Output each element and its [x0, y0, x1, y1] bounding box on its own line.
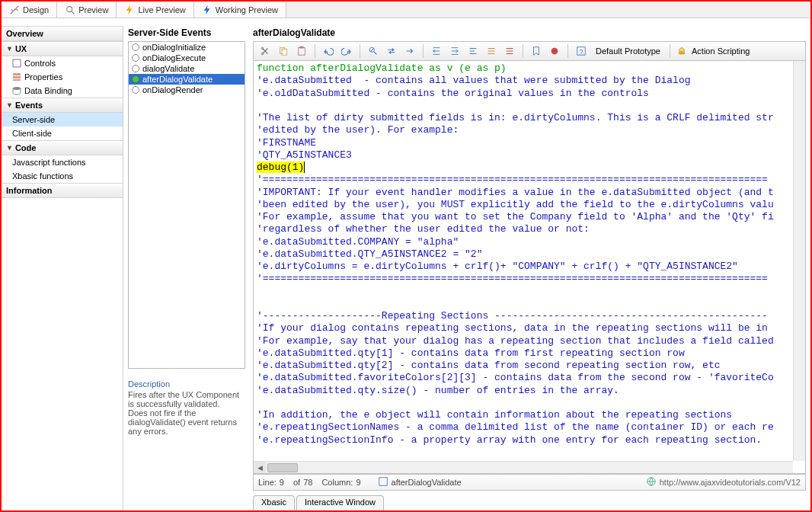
- scroll-left-button[interactable]: ◀: [254, 462, 266, 474]
- help-button[interactable]: ?: [574, 44, 588, 58]
- event-item[interactable]: onDialogInitialize: [129, 42, 245, 53]
- of-label: of: [293, 478, 300, 487]
- nav-item-xbasic-functions[interactable]: Xbasic functions: [2, 169, 123, 183]
- globe-icon: [646, 476, 657, 488]
- svg-point-0: [67, 6, 72, 11]
- svg-point-17: [679, 52, 686, 55]
- svg-rect-1: [13, 59, 21, 67]
- database-icon: [12, 86, 21, 95]
- format-button[interactable]: [466, 44, 480, 58]
- event-empty-icon: [132, 43, 139, 51]
- event-empty-icon: [132, 86, 139, 94]
- function-icon: [378, 476, 388, 488]
- controls-icon: [12, 59, 21, 68]
- goto-button[interactable]: [403, 44, 417, 58]
- tab-preview[interactable]: Preview: [57, 2, 117, 18]
- action-scripting-button[interactable]: Action Scripting: [692, 46, 750, 56]
- tab-xbasic[interactable]: Xbasic: [253, 495, 295, 510]
- tab-live-preview[interactable]: Live Preview: [117, 2, 193, 18]
- line-value: 9: [280, 478, 284, 487]
- default-prototype-button[interactable]: Default Prototype: [593, 46, 663, 56]
- nav-group-information[interactable]: Information: [2, 183, 123, 198]
- tab-design[interactable]: Design: [2, 2, 57, 18]
- uncomment-button[interactable]: [503, 44, 516, 58]
- event-item[interactable]: dialogValidate: [129, 63, 245, 74]
- cut-button[interactable]: [258, 44, 272, 58]
- tab-label: Preview: [78, 5, 108, 14]
- editor-statusbar: Line: 9 of 78 Column: 9 afterDialogValid…: [253, 474, 806, 491]
- left-nav: Overview ▼ UX Controls Properties Data B…: [2, 26, 123, 510]
- undo-button[interactable]: [321, 44, 335, 58]
- code-text[interactable]: function afterDialogValidate as v (e as …: [254, 61, 805, 448]
- event-defined-icon: [132, 75, 139, 83]
- event-empty-icon: [132, 65, 139, 72]
- comment-button[interactable]: [484, 44, 498, 58]
- svg-rect-18: [379, 478, 387, 486]
- svg-rect-10: [299, 48, 305, 56]
- tab-working-preview[interactable]: Working Preview: [194, 2, 286, 18]
- breakpoint-button[interactable]: [548, 44, 561, 58]
- chevron-down-icon: ▼: [6, 101, 13, 109]
- copy-button[interactable]: [277, 44, 290, 58]
- bottom-tabs: Xbasic Interactive Window: [253, 495, 806, 510]
- tab-label: Design: [23, 5, 49, 14]
- events-panel-title: Server-Side Events: [128, 26, 245, 41]
- scroll-thumb[interactable]: [267, 463, 298, 472]
- nav-item-client-side[interactable]: Client-side: [2, 126, 123, 140]
- bolt-blue-icon: [202, 5, 213, 15]
- bookmark-button[interactable]: [529, 44, 543, 58]
- chevron-down-icon: ▼: [6, 45, 13, 53]
- events-list[interactable]: onDialogInitialize onDialogExecute dialo…: [128, 41, 245, 369]
- svg-rect-4: [13, 79, 21, 81]
- nav-group-events[interactable]: ▼ Events: [2, 98, 123, 113]
- function-name: afterDialogValidate: [392, 478, 462, 487]
- code-editor[interactable]: function afterDialogValidate as v (e as …: [253, 61, 806, 474]
- indent-left-button[interactable]: [430, 44, 443, 58]
- description-heading: Description: [128, 379, 241, 389]
- nav-item-properties[interactable]: Properties: [2, 70, 123, 84]
- horizontal-scrollbar[interactable]: ◀: [254, 461, 793, 473]
- vertical-scrollbar[interactable]: [793, 61, 805, 461]
- svg-rect-11: [299, 46, 303, 49]
- indent-right-button[interactable]: [448, 44, 462, 58]
- event-item[interactable]: onDialogExecute: [129, 53, 245, 63]
- svg-point-5: [13, 87, 21, 90]
- lamp-icon: [676, 46, 687, 56]
- tab-label: Live Preview: [138, 5, 185, 14]
- tab-interactive-window[interactable]: Interactive Window: [296, 495, 384, 510]
- bolt-orange-icon: [124, 5, 135, 15]
- nav-group-code[interactable]: ▼ Code: [2, 140, 123, 155]
- nav-item-controls[interactable]: Controls: [2, 56, 123, 70]
- editor-toolbar: ? Default Prototype Action Scripting: [253, 41, 806, 61]
- svg-rect-2: [13, 73, 21, 75]
- find-button[interactable]: [366, 44, 380, 58]
- preview-icon: [65, 5, 75, 15]
- svg-rect-3: [13, 76, 21, 78]
- nav-item-data-binding[interactable]: Data Binding: [2, 84, 123, 98]
- description-text: Fires after the UX Component is successf…: [128, 390, 241, 436]
- code-editor-panel: afterDialogValidate: [245, 26, 810, 510]
- of-value: 78: [303, 478, 312, 487]
- nav-item-server-side[interactable]: Server-side: [2, 113, 123, 126]
- svg-text:?: ?: [579, 48, 583, 56]
- code-editor-title: afterDialogValidate: [253, 26, 806, 41]
- nav-item-js-functions[interactable]: Javascript functions: [2, 155, 123, 169]
- nav-group-ux[interactable]: ▼ UX: [2, 41, 123, 56]
- design-icon: [9, 5, 20, 15]
- line-label: Line:: [258, 478, 277, 487]
- paste-button[interactable]: [295, 44, 308, 58]
- redo-button[interactable]: [340, 44, 353, 58]
- svg-rect-9: [282, 49, 286, 55]
- events-panel: Server-Side Events onDialogInitialize on…: [123, 26, 245, 510]
- event-empty-icon: [132, 54, 139, 62]
- replace-button[interactable]: [385, 44, 398, 58]
- nav-group-overview[interactable]: Overview: [2, 26, 123, 41]
- column-value: 9: [356, 478, 360, 487]
- svg-point-14: [551, 48, 558, 55]
- top-tabs: Design Preview Live Preview Working Prev…: [2, 2, 810, 18]
- event-item[interactable]: onDialogRender: [129, 85, 245, 95]
- tab-label: Working Preview: [216, 5, 278, 14]
- event-item-selected[interactable]: afterDialogValidate: [129, 74, 245, 85]
- status-url: http://www.ajaxvideotutorials.com/V12: [660, 478, 801, 487]
- event-description: Description Fires after the UX Component…: [128, 379, 245, 436]
